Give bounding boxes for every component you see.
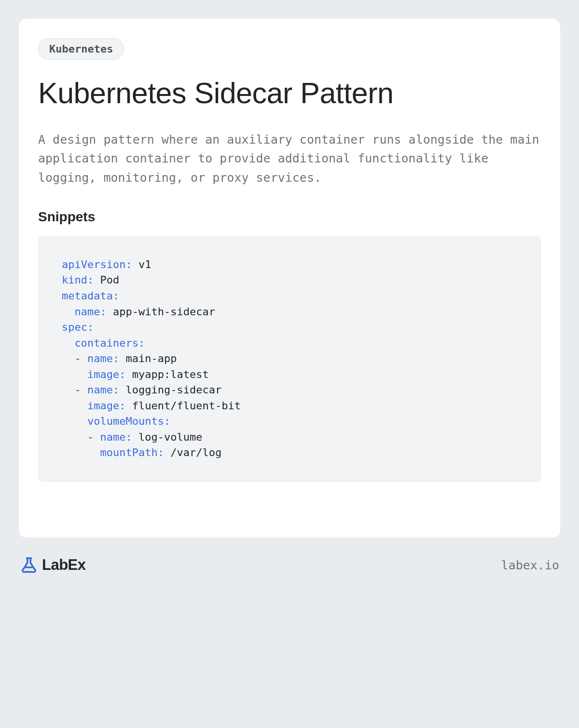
snippets-heading: Snippets — [38, 209, 541, 225]
brand: LabEx — [20, 556, 86, 574]
footer: LabEx labex.io — [19, 556, 560, 574]
brand-url: labex.io — [501, 558, 559, 572]
brand-name: LabEx — [42, 556, 86, 574]
content-card: Kubernetes Kubernetes Sidecar Pattern A … — [19, 19, 560, 538]
code-snippet: apiVersion: v1 kind: Pod metadata: name:… — [38, 236, 541, 482]
flask-icon — [20, 556, 38, 574]
description: A design pattern where an auxiliary cont… — [38, 130, 541, 187]
category-tag: Kubernetes — [38, 38, 124, 60]
page-title: Kubernetes Sidecar Pattern — [38, 76, 541, 110]
